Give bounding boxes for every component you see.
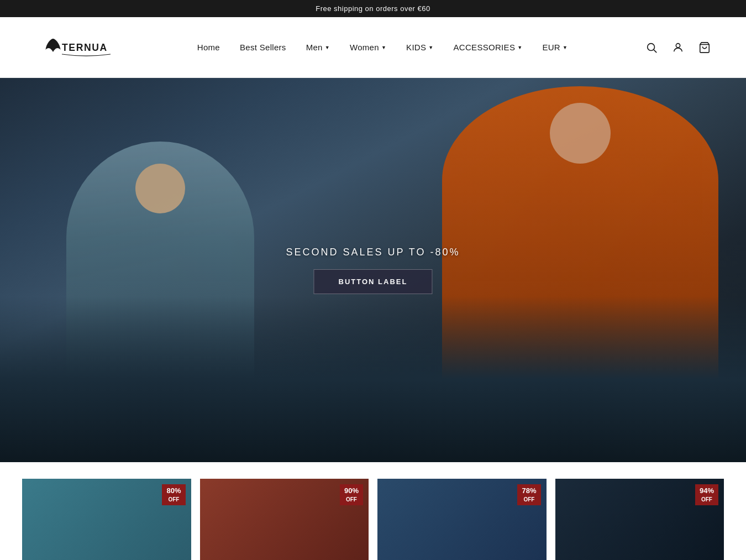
hero-title: SECOND SALES UP TO -80% <box>286 247 460 258</box>
logo[interactable]: TERNUA <box>33 31 122 64</box>
men-chevron-icon: ▼ <box>325 45 330 50</box>
nav-home[interactable]: Home <box>197 43 220 52</box>
product-card-4[interactable]: 94% OFF <box>555 479 724 560</box>
hero-section: SECOND SALES UP TO -80% BUTTON LABEL <box>0 78 746 462</box>
nav-accessories[interactable]: ACCESSORIES ▼ <box>454 43 523 52</box>
header-icons <box>643 39 713 56</box>
product-card-3[interactable]: 78% OFF <box>377 479 547 560</box>
svg-point-4 <box>676 43 680 47</box>
discount-badge-1: 80% OFF <box>162 484 185 505</box>
svg-point-0 <box>51 42 55 45</box>
accessories-chevron-icon: ▼ <box>517 45 522 50</box>
nav-women[interactable]: Women ▼ <box>350 43 386 52</box>
nav-currency[interactable]: EUR ▼ <box>542 43 568 52</box>
product-card-1[interactable]: 80% OFF <box>22 479 191 560</box>
site-header: TERNUA Home Best Sellers Men ▼ Women ▼ K… <box>0 17 746 78</box>
announcement-bar: Free shipping on orders over €60 <box>0 0 746 17</box>
kids-chevron-icon: ▼ <box>428 45 433 50</box>
nav-best-sellers[interactable]: Best Sellers <box>240 43 286 52</box>
account-icon <box>672 41 684 54</box>
cart-icon <box>698 41 711 54</box>
nav-men[interactable]: Men ▼ <box>306 43 330 52</box>
hero-cta-button[interactable]: BUTTON LABEL <box>314 269 433 294</box>
account-button[interactable] <box>670 39 686 56</box>
svg-line-3 <box>654 50 656 53</box>
nav-kids[interactable]: KIDS ▼ <box>406 43 433 52</box>
product-card-2[interactable]: 90% OFF <box>200 479 369 560</box>
cart-button[interactable] <box>696 39 713 56</box>
women-chevron-icon: ▼ <box>381 45 386 50</box>
announcement-text: Free shipping on orders over €60 <box>316 4 430 13</box>
discount-badge-3: 78% OFF <box>517 484 540 505</box>
svg-point-2 <box>648 43 655 50</box>
discount-badge-4: 94% OFF <box>695 484 718 505</box>
discount-badge-2: 90% OFF <box>340 484 363 505</box>
product-grid: 80% OFF 90% OFF 78% OFF 94% OFF <box>0 462 746 560</box>
search-icon <box>645 41 658 54</box>
currency-chevron-icon: ▼ <box>563 45 568 50</box>
main-nav: Home Best Sellers Men ▼ Women ▼ KIDS ▼ A… <box>197 43 568 52</box>
svg-text:TERNUA: TERNUA <box>62 41 108 53</box>
hero-mountain <box>0 296 746 462</box>
logo-svg: TERNUA <box>33 31 122 64</box>
search-button[interactable] <box>643 39 660 56</box>
hero-content: SECOND SALES UP TO -80% BUTTON LABEL <box>286 247 460 294</box>
